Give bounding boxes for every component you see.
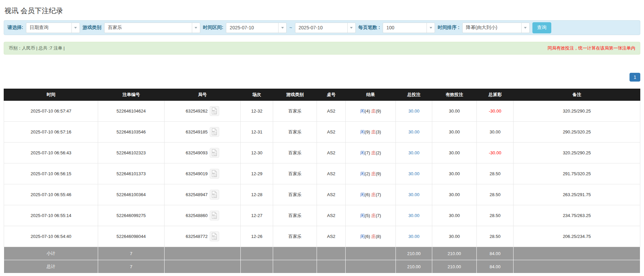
column-header: 备注 (514, 89, 640, 101)
player-result-label: 闲 (360, 192, 365, 197)
cell-bet-id: 522646099275 (98, 205, 164, 226)
total-bet-link[interactable]: 30.00 (408, 150, 419, 155)
payout-value: 30.00 (490, 129, 501, 134)
page-size-select[interactable]: 100 (383, 23, 435, 33)
video-replay-button[interactable] (210, 127, 219, 137)
player-result-label: 闲 (360, 129, 365, 134)
table-row: 2025-07-10 06:55:46522646100364632548947… (4, 184, 640, 205)
search-button[interactable]: 查询 (532, 22, 551, 33)
video-replay-button[interactable] (210, 106, 219, 116)
date-to-select[interactable]: 2025-07-10 (295, 23, 356, 33)
cell-payout: 28.50 (476, 205, 513, 226)
player-result-score: (6) (365, 192, 370, 197)
game-type-select[interactable]: 百家乐 (104, 23, 200, 33)
query-type-select[interactable]: 日期查询 (26, 23, 80, 33)
cell-game-type: 百家乐 (273, 101, 317, 122)
cell-payout: 28.50 (476, 184, 513, 205)
video-replay-button[interactable] (210, 169, 219, 179)
column-header: 总派彩 (476, 89, 513, 101)
cell-result: 闲(2) 庄(9) (346, 163, 396, 184)
cell-total-bet: 30.00 (396, 226, 432, 247)
query-type-value: 日期查询 (26, 25, 71, 31)
cell-session: 12-27 (240, 205, 273, 226)
page-title: 视讯 会员下注纪录 (4, 6, 640, 16)
cell-game-type: 百家乐 (273, 205, 317, 226)
cell-round-id: 632548947 (164, 184, 240, 205)
cell-time: 2025-07-10 06:57:16 (4, 122, 98, 143)
cell-round-id: 632549185 (164, 122, 240, 143)
round-id-text: 632548860 (186, 213, 208, 218)
table-row: 2025-07-10 06:57:47522646104624632549262… (4, 101, 640, 122)
round-id-text: 632549019 (186, 171, 208, 176)
date-from-select[interactable]: 2025-07-10 (226, 23, 287, 33)
cell-valid-bet: 30.00 (432, 226, 476, 247)
chevron-down-icon (347, 23, 355, 33)
cell-result: 闲(4) 庄(9) (346, 101, 396, 122)
tilde-separator: ~ (289, 25, 292, 30)
cell-time: 2025-07-10 06:56:15 (4, 163, 98, 184)
player-result-label: 闲 (360, 109, 365, 114)
cell-session: 12-31 (240, 122, 273, 143)
game-type-value: 百家乐 (105, 25, 192, 31)
column-header: 有效投注 (432, 89, 476, 101)
table-row: 2025-07-10 06:57:16522646103546632549185… (4, 122, 640, 143)
cell-remark: 320.25/290.25 (514, 101, 640, 122)
total-bet-link[interactable]: 30.00 (408, 171, 419, 176)
column-header: 总投注 (396, 89, 432, 101)
video-replay-icon (211, 170, 218, 177)
cell-bet-id: 522646098044 (98, 226, 164, 247)
total-row: 总计7210.00210.0084.00 (4, 260, 640, 273)
video-replay-button[interactable] (210, 190, 219, 200)
summary-count: 7 (98, 247, 164, 260)
player-result-score: (9) (365, 129, 370, 134)
video-replay-button[interactable] (210, 232, 219, 241)
cell-valid-bet: 30.00 (432, 184, 476, 205)
cell-game-type: 百家乐 (273, 226, 317, 247)
page-number-button[interactable]: 1 (630, 73, 640, 82)
total-bet-link[interactable]: 30.00 (408, 234, 419, 239)
banker-result-label: 庄 (371, 129, 376, 134)
video-replay-icon (211, 149, 218, 156)
subtotal-row: 小计7210.00210.0084.00 (4, 247, 640, 260)
cell-valid-bet: 30.00 (432, 143, 476, 163)
cell-table-number: AS2 (317, 122, 346, 143)
summary-payout: 84.00 (476, 260, 513, 273)
video-replay-button[interactable] (210, 211, 219, 220)
cell-bet-id: 522646102323 (98, 143, 164, 163)
banker-result-score: (2) (376, 150, 381, 155)
payout-value: -30.00 (489, 150, 501, 155)
summary-label: 总计 (4, 260, 98, 273)
total-bet-link[interactable]: 30.00 (408, 109, 419, 114)
cell-session: 12-29 (240, 163, 273, 184)
cell-session: 12-30 (240, 143, 273, 163)
video-replay-icon (211, 233, 218, 240)
player-result-score: (7) (365, 150, 370, 155)
valid-bet-notice-text: 同局有效投注，统一计算在该局第一张注单内 (548, 45, 635, 51)
video-replay-button[interactable] (210, 148, 219, 158)
player-result-label: 闲 (360, 213, 365, 218)
time-sort-select[interactable]: 降幂(由大到小) (462, 23, 530, 33)
cell-bet-id: 522646103546 (98, 122, 164, 143)
cell-table-number: AS2 (317, 143, 346, 163)
summary-valid-bet: 210.00 (432, 247, 476, 260)
chevron-down-icon (521, 23, 529, 33)
cell-time: 2025-07-10 06:55:46 (4, 184, 98, 205)
total-bet-link[interactable]: 30.00 (408, 192, 419, 197)
cell-payout: 30.00 (476, 122, 513, 143)
cell-time: 2025-07-10 06:54:40 (4, 226, 98, 247)
total-bet-link[interactable]: 30.00 (408, 129, 419, 134)
cell-payout: 28.50 (476, 226, 513, 247)
chevron-down-icon (278, 23, 286, 33)
time-sort-value: 降幂(由大到小) (463, 25, 521, 31)
banker-result-label: 庄 (371, 171, 376, 176)
chevron-down-icon (71, 23, 80, 33)
cell-round-id: 632549019 (164, 163, 240, 184)
total-bet-link[interactable]: 30.00 (408, 213, 419, 218)
video-replay-icon (211, 128, 218, 135)
banker-result-label: 庄 (371, 109, 376, 114)
date-from-value: 2025-07-10 (226, 25, 278, 30)
betting-records-table: 时间注单编号局号场次游戏类别桌号结果总投注有效投注总派彩备注 2025-07-1… (4, 89, 640, 273)
round-id-text: 632549262 (186, 109, 208, 114)
table-row: 2025-07-10 06:56:43522646102323632549093… (4, 143, 640, 163)
page-size-value: 100 (383, 25, 427, 30)
